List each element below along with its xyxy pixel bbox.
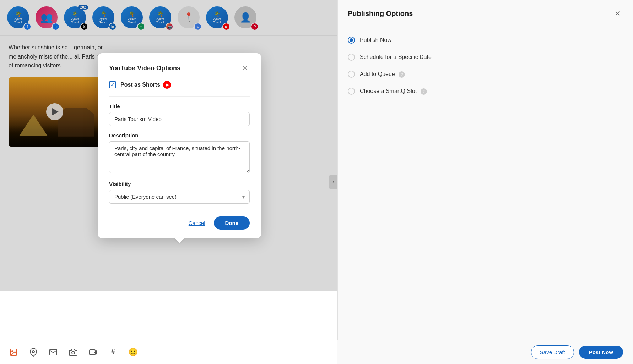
schedule-option[interactable]: Schedule for a Specific Date — [348, 54, 623, 61]
visibility-select-wrapper: Public (Everyone can see) Private Unlist… — [109, 190, 250, 204]
radio-selected-dot — [350, 38, 353, 42]
youtube-video-options-modal: YouTube Video Options ✕ ✓ Post as Shorts… — [98, 53, 261, 238]
smartq-label: Choose a SmartQ Slot ? — [360, 88, 427, 95]
publish-now-option[interactable]: Publish Now — [348, 37, 623, 44]
right-panel-header: Publishing Options ✕ — [338, 0, 633, 26]
description-field-label: Description — [109, 132, 250, 138]
queue-help-icon[interactable]: ? — [399, 71, 405, 78]
modal-divider — [109, 96, 250, 97]
bottom-right-actions: Save Draft Post Now — [337, 340, 633, 364]
post-now-button[interactable]: Post Now — [579, 346, 623, 359]
right-panel: Publishing Options ✕ Publish Now Schedul… — [337, 0, 633, 364]
post-as-shorts-row[interactable]: ✓ Post as Shorts ▶ — [109, 81, 250, 89]
image-icon[interactable] — [7, 346, 20, 359]
hashtag-icon[interactable]: # — [107, 346, 119, 359]
close-publishing-options-button[interactable]: ✕ — [612, 8, 623, 19]
mail-icon[interactable] — [47, 346, 60, 359]
publishing-options-list: Publish Now Schedule for a Specific Date… — [338, 26, 633, 115]
schedule-label: Schedule for a Specific Date — [360, 54, 432, 60]
schedule-radio[interactable] — [348, 54, 355, 61]
smartq-help-icon[interactable]: ? — [421, 88, 427, 95]
queue-label: Add to Queue ? — [360, 71, 405, 78]
description-textarea[interactable]: Paris, city and capital of France, situa… — [109, 141, 250, 173]
post-as-shorts-checkbox[interactable]: ✓ — [109, 81, 116, 88]
title-input[interactable] — [109, 112, 250, 126]
modal-close-button[interactable]: ✕ — [240, 63, 250, 73]
publish-now-radio[interactable] — [348, 37, 355, 44]
done-button[interactable]: Done — [214, 216, 250, 230]
save-draft-button[interactable]: Save Draft — [531, 345, 574, 359]
svg-point-1 — [12, 351, 13, 352]
modal-header: YouTube Video Options ✕ — [109, 63, 250, 73]
visibility-field-label: Visibility — [109, 181, 250, 187]
publish-now-label: Publish Now — [360, 37, 391, 43]
svg-point-2 — [32, 351, 34, 353]
shorts-icon: ▶ — [163, 81, 171, 89]
camera-icon[interactable] — [67, 346, 80, 359]
smartq-option[interactable]: Choose a SmartQ Slot ? — [348, 88, 623, 95]
title-field-label: Title — [109, 103, 250, 109]
visibility-select[interactable]: Public (Everyone can see) Private Unlist… — [109, 190, 250, 204]
bottom-toolbar: # 🙂 — [0, 340, 337, 364]
queue-option[interactable]: Add to Queue ? — [348, 71, 623, 78]
cancel-button[interactable]: Cancel — [186, 217, 208, 229]
location-icon[interactable] — [27, 346, 40, 359]
video-icon[interactable] — [87, 346, 99, 359]
svg-point-3 — [72, 351, 75, 354]
smartq-radio[interactable] — [348, 88, 355, 95]
publishing-options-title: Publishing Options — [348, 10, 413, 18]
modal-title: YouTube Video Options — [109, 65, 180, 72]
modal-footer: Cancel Done — [109, 214, 250, 230]
queue-radio[interactable] — [348, 71, 355, 78]
emoji-icon[interactable]: 🙂 — [126, 346, 139, 359]
post-as-shorts-label: Post as Shorts ▶ — [120, 81, 171, 89]
